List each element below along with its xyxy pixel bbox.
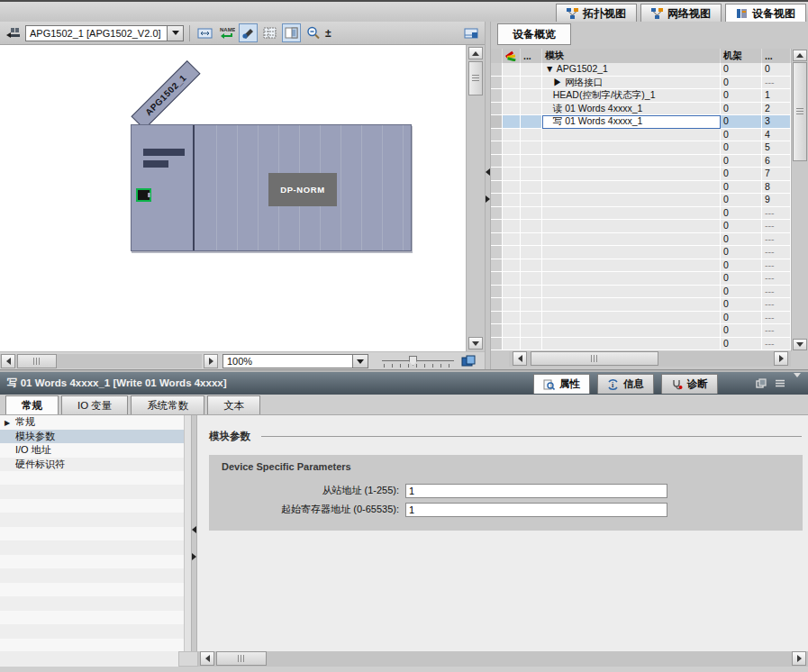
diagnostics-icon[interactable]: 诊断: [661, 374, 718, 394]
module-cell[interactable]: [542, 312, 721, 325]
highlight-io-icon[interactable]: [239, 23, 258, 42]
row-stub-cell[interactable]: [491, 259, 503, 273]
device-selector[interactable]: APG1502_1 [APG1502_V2.0]: [25, 25, 184, 41]
row-stub-cell[interactable]: [491, 194, 503, 207]
network-view-icon[interactable]: 网络视图: [640, 4, 722, 23]
scrollbar-thumb[interactable]: [468, 61, 483, 95]
info-icon[interactable]: i 信息: [597, 374, 654, 394]
scrollbar-thumb[interactable]: [531, 351, 658, 366]
device-view-canvas[interactable]: APG1502_1 DP-NORM: [0, 45, 466, 351]
module-cell[interactable]: [542, 168, 721, 181]
module-cell[interactable]: ▼ APG1502_1: [542, 63, 721, 77]
table-row[interactable]: 0 ---: [491, 312, 791, 325]
nav-tree-item[interactable]: ▶ 常规: [0, 415, 184, 430]
module-cell[interactable]: [542, 286, 721, 299]
scroll-up-button[interactable]: [793, 50, 807, 61]
table-row[interactable]: ▼ APG1502_1 0 0: [491, 63, 791, 77]
module-cell[interactable]: 读 01 Words 4xxxx_1: [542, 103, 721, 116]
device-selector-dropdown-button[interactable]: [167, 26, 183, 41]
expand-arrow-icon[interactable]: ▶: [5, 419, 10, 427]
measure-width-icon[interactable]: [195, 23, 214, 42]
module-cell[interactable]: HEAD(控制字/状态字)_1: [542, 89, 721, 103]
device-name-tag[interactable]: APG1502_1: [131, 60, 200, 130]
zoom-slider[interactable]: [382, 356, 454, 368]
scrollbar-thumb[interactable]: [216, 651, 267, 666]
table-row[interactable]: HEAD(控制字/状态字)_1 0 1: [491, 89, 791, 103]
row-stub-cell[interactable]: [491, 168, 503, 181]
module-cell[interactable]: [542, 324, 721, 338]
pane-menu-icon[interactable]: [775, 379, 785, 387]
module-cell[interactable]: ▶ 网络接口: [542, 77, 721, 90]
scrollbar-thumb[interactable]: [793, 62, 807, 161]
row-stub-cell[interactable]: [491, 338, 503, 351]
row-stub-cell[interactable]: [491, 63, 503, 77]
table-row[interactable]: 0 ---: [491, 207, 791, 221]
device-view-icon[interactable]: 设备视图: [725, 4, 806, 23]
row-stub-cell[interactable]: [491, 233, 503, 247]
collapse-pane-icon[interactable]: [794, 377, 801, 388]
table-row[interactable]: 0 7: [491, 168, 791, 181]
scroll-up-button[interactable]: [468, 47, 483, 59]
tab-device-overview[interactable]: 设备概览: [497, 23, 571, 45]
row-stub-cell[interactable]: [491, 246, 503, 259]
row-stub-cell[interactable]: [491, 181, 503, 195]
connect-device-icon[interactable]: [4, 23, 23, 42]
collapse-right-button[interactable]: [486, 191, 490, 207]
row-stub-cell[interactable]: [491, 89, 503, 103]
nav-tree-item[interactable]: 硬件标识符: [0, 458, 184, 472]
topology-view-icon[interactable]: 拓扑视图: [556, 4, 637, 23]
overview-horizontal-scrollbar[interactable]: [509, 351, 791, 367]
device-rack-graphic[interactable]: DP-NORM: [131, 124, 412, 251]
row-stub-cell[interactable]: [491, 207, 503, 221]
module-cell[interactable]: 写 01 Words 4xxxx_1: [542, 115, 721, 129]
module-cell[interactable]: [542, 220, 721, 233]
page-setup-icon[interactable]: [462, 23, 481, 42]
nav-tree-item[interactable]: 模块参数: [0, 430, 184, 444]
inspector-horizontal-scrollbar[interactable]: [198, 651, 808, 667]
scroll-right-button[interactable]: [774, 351, 788, 366]
scroll-left-button[interactable]: [200, 651, 214, 666]
panel-splitter[interactable]: [485, 22, 491, 369]
row-stub-cell[interactable]: [491, 115, 503, 129]
profibus-port-icon[interactable]: [136, 188, 151, 202]
table-row[interactable]: 0 8: [491, 181, 791, 195]
row-stub-cell[interactable]: [491, 312, 503, 325]
row-stub-cell[interactable]: [491, 324, 503, 338]
zoom-dropdown-button[interactable]: [352, 355, 368, 368]
table-row[interactable]: 0 ---: [491, 233, 791, 247]
scrollbar-thumb[interactable]: [17, 354, 57, 368]
module-cell[interactable]: [542, 259, 721, 273]
column-header-rack[interactable]: 机架: [721, 49, 762, 63]
subtab[interactable]: IO 变量: [61, 395, 128, 414]
overview-vertical-scrollbar[interactable]: [791, 49, 808, 351]
table-row[interactable]: 0 ---: [491, 324, 791, 338]
subtab[interactable]: 常规: [5, 395, 59, 414]
table-row[interactable]: 写 01 Words 4xxxx_1 0 3: [491, 115, 791, 129]
module-cell[interactable]: [542, 272, 721, 286]
scroll-down-button[interactable]: [793, 339, 807, 350]
module-cell[interactable]: [542, 155, 721, 168]
name-editor-icon[interactable]: NAME: [217, 23, 236, 42]
scroll-left-button[interactable]: [513, 351, 527, 366]
device-head-module[interactable]: [132, 125, 195, 250]
table-row[interactable]: 0 5: [491, 141, 791, 155]
subtab[interactable]: 系统常数: [131, 395, 204, 414]
row-stub-cell[interactable]: [491, 103, 503, 116]
table-row[interactable]: 0 ---: [491, 246, 791, 259]
module-cell[interactable]: [542, 338, 721, 351]
table-row[interactable]: 0 9: [491, 194, 791, 207]
scroll-right-button[interactable]: [204, 354, 218, 368]
split-pane-icon[interactable]: [282, 23, 301, 42]
module-cell[interactable]: [542, 246, 721, 259]
table-row[interactable]: 0 ---: [491, 298, 791, 312]
table-row[interactable]: 0 4: [491, 129, 791, 142]
row-stub-cell[interactable]: [491, 129, 503, 142]
table-row[interactable]: 0 ---: [491, 220, 791, 233]
nav-splitter[interactable]: [191, 415, 197, 651]
module-cell[interactable]: [542, 129, 721, 142]
column-header-dots[interactable]: ...: [521, 49, 542, 63]
table-row[interactable]: 0 ---: [491, 286, 791, 299]
module-cell[interactable]: [542, 194, 721, 207]
zoom-level-combobox[interactable]: 100%: [222, 354, 368, 368]
table-row[interactable]: 0 ---: [491, 259, 791, 273]
